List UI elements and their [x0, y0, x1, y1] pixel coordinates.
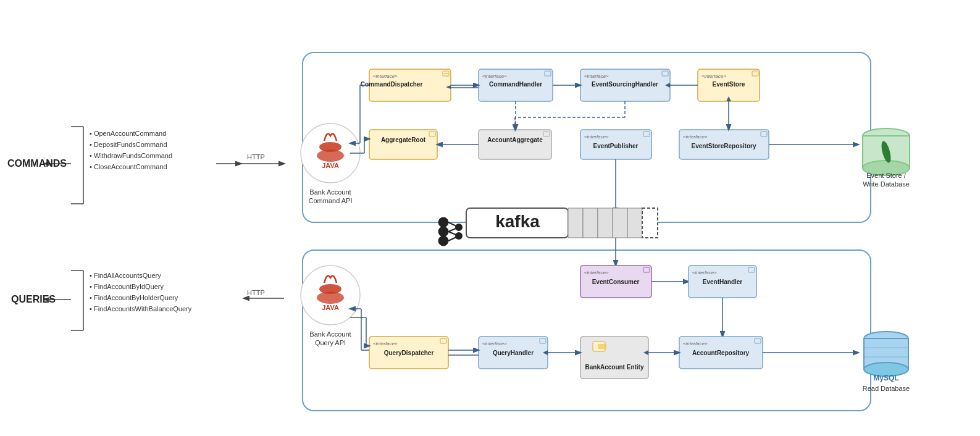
- svg-rect-107: [642, 208, 658, 238]
- svg-text:«interface»: «interface»: [584, 134, 609, 140]
- svg-text:• DepositFundsCommand: • DepositFundsCommand: [90, 141, 167, 148]
- diagram-container: COMMANDS • OpenAccountCommand • DepositF…: [0, 0, 980, 436]
- svg-rect-129: [598, 344, 606, 349]
- svg-text:AggregateRoot: AggregateRoot: [381, 136, 426, 143]
- svg-text:«interface»: «interface»: [692, 270, 717, 275]
- svg-rect-59: [479, 130, 551, 159]
- svg-text:AccountAggregate: AccountAggregate: [487, 136, 543, 143]
- queries-label: QUERIES: [11, 294, 56, 304]
- svg-text:HTTP: HTTP: [247, 289, 265, 296]
- svg-text:HTTP: HTTP: [247, 153, 265, 161]
- svg-text:QueryDispatcher: QueryDispatcher: [384, 350, 434, 356]
- svg-text:EventPublisher: EventPublisher: [593, 143, 639, 149]
- svg-text:• WithdrawFundsCommand: • WithdrawFundsCommand: [90, 152, 172, 159]
- svg-text:«interface»: «interface»: [584, 270, 609, 275]
- svg-text:EventStoreRepository: EventStoreRepository: [691, 143, 756, 149]
- svg-point-98: [455, 224, 463, 231]
- svg-text:• FindAccountByHolderQuery: • FindAccountByHolderQuery: [90, 294, 178, 301]
- svg-text:Query API: Query API: [315, 339, 346, 346]
- svg-text:«interface»: «interface»: [701, 73, 726, 79]
- svg-point-26: [317, 149, 344, 162]
- svg-point-91: [438, 217, 448, 227]
- svg-point-92: [438, 236, 448, 246]
- svg-rect-104: [598, 208, 613, 238]
- svg-point-32: [317, 291, 344, 304]
- svg-text:• FindAllAccountsQuery: • FindAllAccountsQuery: [90, 272, 161, 279]
- svg-text:• FindAccountsWithBalanceQuery: • FindAccountsWithBalanceQuery: [90, 305, 192, 312]
- svg-text:• CloseAccountCommand: • CloseAccountCommand: [90, 163, 167, 170]
- svg-text:«interface»: «interface»: [683, 341, 708, 346]
- svg-text:Write Database: Write Database: [863, 180, 910, 188]
- svg-text:«interface»: «interface»: [482, 73, 507, 79]
- svg-text:CommandDispatcher: CommandDispatcher: [361, 81, 423, 88]
- svg-rect-105: [613, 208, 627, 238]
- svg-text:«interface»: «interface»: [482, 341, 507, 346]
- svg-text:«interface»: «interface»: [373, 341, 398, 346]
- svg-text:Event Store /: Event Store /: [866, 172, 907, 179]
- commands-label: COMMANDS: [7, 158, 67, 169]
- svg-text:«interface»: «interface»: [373, 73, 398, 79]
- svg-text:MySQL: MySQL: [873, 374, 898, 382]
- svg-rect-127: [580, 337, 648, 379]
- svg-text:EventHandler: EventHandler: [703, 279, 743, 285]
- svg-text:EventStore: EventStore: [713, 81, 745, 88]
- architecture-diagram: COMMANDS • OpenAccountCommand • DepositF…: [0, 0, 980, 436]
- svg-text:• FindAccountByIdQuery: • FindAccountByIdQuery: [90, 283, 164, 290]
- svg-text:Command API: Command API: [309, 197, 353, 204]
- svg-text:Read Database: Read Database: [863, 385, 910, 392]
- svg-text:kafka: kafka: [495, 212, 540, 231]
- svg-text:JAVA: JAVA: [322, 304, 339, 311]
- svg-point-99: [455, 232, 463, 240]
- svg-text:EventConsumer: EventConsumer: [592, 279, 640, 285]
- svg-text:BankAccount Entity: BankAccount Entity: [585, 364, 643, 371]
- svg-text:EventSourcingHandler: EventSourcingHandler: [592, 81, 658, 88]
- svg-text:«interface»: «interface»: [683, 134, 708, 140]
- svg-text:Bank Account: Bank Account: [309, 330, 351, 338]
- svg-rect-102: [568, 208, 583, 238]
- svg-text:JAVA: JAVA: [322, 162, 339, 169]
- svg-text:«interface»: «interface»: [584, 73, 609, 79]
- svg-rect-106: [627, 208, 642, 238]
- svg-point-93: [438, 227, 448, 237]
- svg-rect-56: [369, 130, 437, 159]
- svg-text:CommandHandler: CommandHandler: [489, 81, 542, 88]
- svg-text:AccountRepository: AccountRepository: [692, 350, 750, 356]
- svg-text:Bank Account: Bank Account: [309, 188, 351, 196]
- svg-text:QueryHandler: QueryHandler: [493, 350, 534, 356]
- svg-text:• OpenAccountCommand: • OpenAccountCommand: [90, 130, 166, 137]
- svg-rect-103: [583, 208, 598, 238]
